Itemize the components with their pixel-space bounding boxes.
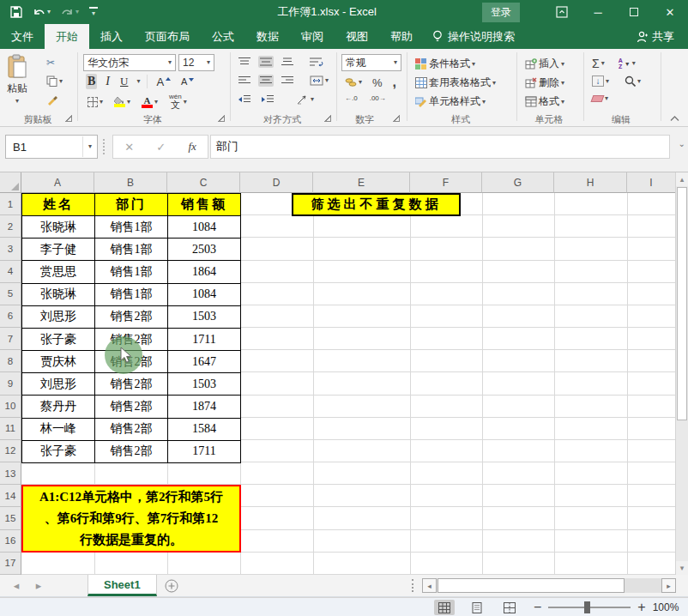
page-break-view-button[interactable] <box>499 600 520 615</box>
column-header-h[interactable]: H <box>554 172 627 193</box>
select-all-corner[interactable] <box>0 172 21 193</box>
underline-dropdown-icon[interactable]: ▾ <box>136 78 140 85</box>
save-button[interactable] <box>10 6 22 18</box>
row-header-13[interactable]: 13 <box>0 462 21 485</box>
column-header-i[interactable]: I <box>627 172 675 193</box>
customize-qat-button[interactable]: ▾ <box>89 7 98 17</box>
percent-style-button[interactable]: % <box>371 75 384 90</box>
increase-decimal-button[interactable]: ←.0 <box>343 94 359 103</box>
cell-c5[interactable]: 1084 <box>168 284 241 306</box>
format-cells-button[interactable]: 格式▾ <box>523 94 566 110</box>
cell-a7[interactable]: 张子豪 <box>22 329 95 351</box>
tab-insert[interactable]: 插入 <box>89 24 134 49</box>
align-left-button[interactable] <box>237 75 252 87</box>
row-header-8[interactable]: 8 <box>0 350 21 372</box>
header-cell-b1[interactable]: 部门 <box>95 194 168 216</box>
fill-button[interactable]: ↓▾ <box>590 75 611 88</box>
ribbon-display-options-button[interactable] <box>544 0 580 24</box>
conditional-formatting-button[interactable]: 条件格式▾ <box>413 56 477 72</box>
cell-a6[interactable]: 刘思形 <box>22 306 95 329</box>
horizontal-scrollbar[interactable]: ◂ ▸ <box>422 578 676 593</box>
cell-c12[interactable]: 1711 <box>168 441 241 463</box>
row-header-4[interactable]: 4 <box>0 261 21 283</box>
tab-data[interactable]: 数据 <box>245 24 290 49</box>
zoom-slider[interactable] <box>548 607 631 608</box>
cut-button[interactable]: ✂ <box>45 56 57 69</box>
page-layout-view-button[interactable] <box>467 600 487 615</box>
row-header-3[interactable]: 3 <box>0 238 21 260</box>
undo-button[interactable]: ▾ <box>33 7 51 18</box>
name-box[interactable]: B1▾ <box>5 135 98 159</box>
find-select-button[interactable]: ▾ <box>623 75 643 88</box>
clear-button[interactable]: ▾ <box>590 94 610 103</box>
decrease-indent-button[interactable] <box>237 94 252 106</box>
fill-color-button[interactable]: ▾ <box>112 96 132 108</box>
shrink-font-button[interactable]: A <box>179 75 196 88</box>
note-cell[interactable]: A1:C12单元格中，第2行和第5行 、第6行和第9行、第7行和第12 行数据是… <box>21 485 241 553</box>
banner-cell[interactable]: 筛选出不重复数据 <box>292 193 461 216</box>
cancel-entry-icon[interactable]: ✕ <box>124 141 134 154</box>
column-header-f[interactable]: F <box>410 172 482 193</box>
font-color-button[interactable]: A▾ <box>140 95 160 109</box>
cell-c7[interactable]: 1711 <box>168 329 241 351</box>
cell-a9[interactable]: 刘思形 <box>22 373 95 396</box>
number-format-combo[interactable]: 常规▾ <box>341 54 401 71</box>
add-sheet-button[interactable] <box>157 575 186 596</box>
tab-help[interactable]: 帮助 <box>379 24 424 49</box>
align-bottom-button[interactable] <box>280 56 295 68</box>
zoom-slider-thumb[interactable] <box>584 601 590 613</box>
sort-filter-button[interactable]: AZ▼▾ <box>617 57 637 70</box>
cell-b10[interactable]: 销售2部 <box>95 396 168 418</box>
cell-b6[interactable]: 销售2部 <box>95 306 168 329</box>
confirm-entry-icon[interactable]: ✓ <box>156 141 166 154</box>
borders-button[interactable]: ▾ <box>86 96 105 108</box>
column-header-c[interactable]: C <box>167 172 240 193</box>
name-box-dropdown-icon[interactable]: ▾ <box>82 136 97 157</box>
number-dialog-launcher[interactable] <box>393 115 400 122</box>
column-header-a[interactable]: A <box>21 172 94 193</box>
insert-cells-button[interactable]: 插入▾ <box>523 56 566 72</box>
close-button[interactable]: ✕ <box>652 0 688 24</box>
cell-c8[interactable]: 1647 <box>168 351 241 373</box>
cell-b2[interactable]: 销售1部 <box>95 216 168 239</box>
align-right-button[interactable] <box>280 75 295 87</box>
cell-b9[interactable]: 销售2部 <box>95 373 168 396</box>
normal-view-button[interactable] <box>434 600 455 615</box>
column-header-d[interactable]: D <box>240 172 313 193</box>
orientation-button[interactable]: ▾ <box>295 94 316 106</box>
clipboard-dialog-launcher[interactable] <box>65 115 72 122</box>
cell-c10[interactable]: 1874 <box>168 396 241 418</box>
scroll-right-icon[interactable]: ▸ <box>661 578 676 593</box>
row-header-11[interactable]: 11 <box>0 418 21 440</box>
cell-b11[interactable]: 销售2部 <box>95 419 168 441</box>
insert-function-icon[interactable]: fx <box>188 140 196 154</box>
increase-indent-button[interactable] <box>260 94 275 106</box>
row-header-5[interactable]: 5 <box>0 283 21 305</box>
collapse-ribbon-button[interactable] <box>670 112 679 124</box>
paste-dropdown-icon[interactable]: ▾ <box>15 98 19 105</box>
redo-button[interactable]: ▾ <box>61 7 79 18</box>
row-header-12[interactable]: 12 <box>0 440 21 462</box>
cell-b12[interactable]: 销售2部 <box>95 441 168 463</box>
horizontal-scroll-thumb[interactable] <box>438 578 625 593</box>
formula-bar-resize-handle[interactable] <box>103 139 105 154</box>
vertical-scrollbar[interactable]: ▴ ▾ <box>675 172 688 575</box>
copy-button[interactable]: ▾ <box>45 75 64 88</box>
share-button[interactable]: 共享 <box>637 24 688 49</box>
italic-button[interactable]: I <box>104 74 112 89</box>
vertical-scroll-thumb[interactable] <box>677 187 687 420</box>
next-sheet-icon[interactable]: ▸ <box>27 575 50 596</box>
undo-dropdown-icon[interactable]: ▾ <box>47 9 51 15</box>
cell-b5[interactable]: 销售1部 <box>95 284 168 306</box>
cell-c11[interactable]: 1584 <box>168 419 241 441</box>
cell-b7[interactable]: 销售2部 <box>95 329 168 351</box>
tab-page-layout[interactable]: 页面布局 <box>134 24 201 49</box>
row-header-7[interactable]: 7 <box>0 328 21 350</box>
align-center-button[interactable] <box>258 75 274 87</box>
font-dialog-launcher[interactable] <box>218 115 225 122</box>
autosum-button[interactable]: Σ▾ <box>590 56 607 71</box>
row-header-9[interactable]: 9 <box>0 372 21 395</box>
cell-c6[interactable]: 1503 <box>168 306 241 329</box>
underline-button[interactable]: U <box>118 74 130 89</box>
maximize-button[interactable] <box>616 0 652 24</box>
